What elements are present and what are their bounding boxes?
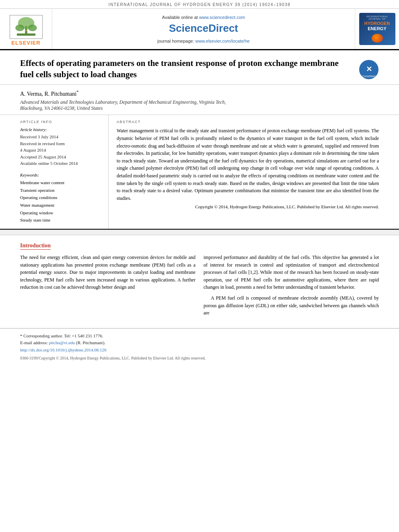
elsevier-tree-icon — [8, 15, 44, 39]
footer-area: * Corresponding author. Tel: +1 540 231 … — [0, 328, 399, 364]
svg-point-4 — [28, 25, 37, 31]
intro-p2: improved performance and durability of t… — [204, 254, 379, 291]
journal-badge-area: International Journal of HYDROGEN ENERGY — [355, 9, 399, 49]
svg-text:✕: ✕ — [366, 65, 372, 73]
footer-copyright-line: 0360-3199/Copyright © 2014, Hydrogen Ene… — [20, 356, 379, 360]
doi-link[interactable]: http://dx.doi.org/10.1016/j.ijhydene.201… — [20, 347, 107, 352]
svg-point-3 — [15, 25, 24, 31]
corresponding-mark: * — [77, 90, 79, 94]
corresponding-note-text: * Corresponding author. Tel: +1 540 231 … — [20, 333, 103, 338]
intro-col-1: The need for energy efficient, clean and… — [20, 254, 195, 320]
journal-banner: INTERNATIONAL JOURNAL OF HYDROGEN ENERGY… — [0, 0, 399, 9]
article-history-label: Article history: — [20, 127, 102, 132]
footer-corresponding-note: * Corresponding author. Tel: +1 540 231 … — [20, 333, 379, 340]
journal-name-badge: HYDROGEN ENERGY — [364, 21, 390, 31]
svg-point-5 — [25, 29, 27, 32]
elsevier-logo-area: ELSEVIER — [0, 9, 52, 49]
abstract-heading: ABSTRACT — [117, 120, 379, 124]
elsevier-wordmark: ELSEVIER — [11, 40, 40, 46]
email-suffix: (R. Pitchumani). — [76, 340, 105, 345]
keyword-5: Operating window — [20, 209, 102, 217]
abstract-text: Water management is critical to the stea… — [117, 127, 379, 202]
affiliation-text: Advanced Materials and Technologies Labo… — [20, 99, 379, 111]
article-info-abstract-area: ARTICLE INFO Article history: Received 3… — [0, 115, 399, 230]
badge-circle-icon — [372, 34, 383, 43]
svg-text:CrossMark: CrossMark — [362, 75, 376, 78]
intro-p3: A PEM fuel cell is composed of membrane … — [204, 294, 379, 317]
email-link[interactable]: pitchu@vt.edu — [49, 340, 75, 345]
available-online-text: Available online at www.sciencedirect.co… — [162, 15, 245, 20]
article-info-column: ARTICLE INFO Article history: Received 3… — [20, 115, 109, 229]
keywords-label: Keywords: — [20, 173, 102, 177]
article-title: Effects of operating parameters on the t… — [20, 58, 359, 80]
science-text: Science — [169, 22, 208, 34]
keyword-6: Steady state time — [20, 216, 102, 224]
article-info-heading: ARTICLE INFO — [20, 120, 102, 124]
direct-text: Direct — [208, 22, 238, 34]
keyword-4: Water management — [20, 201, 102, 209]
introduction-area: Introduction The need for energy efficie… — [0, 235, 399, 324]
intro-p1: The need for energy efficient, clean and… — [20, 254, 195, 291]
keywords-list: Membrane water content Transient operati… — [20, 179, 102, 224]
crossmark-icon[interactable]: ✕ CrossMark — [359, 60, 379, 80]
section-separator — [0, 230, 399, 235]
journal-homepage-link[interactable]: www.elsevier.com/locate/he — [195, 39, 250, 43]
title-area: Effects of operating parameters on the t… — [0, 50, 399, 85]
journal-homepage-line: journal homepage: www.elsevier.com/locat… — [157, 39, 249, 43]
keyword-3: Operating conditions — [20, 194, 102, 201]
introduction-two-col: The need for energy efficient, clean and… — [20, 254, 379, 320]
accepted-date: Accepted 25 August 2014 — [20, 154, 102, 160]
authors-line: A. Verma, R. Pitchumani* — [20, 90, 379, 97]
hydrogen-energy-badge: International Journal of HYDROGEN ENERGY — [359, 13, 395, 45]
available-online-date: Available online 5 October 2014 — [20, 160, 102, 167]
sciencedirect-url-link[interactable]: www.sciencedirect.com — [199, 15, 245, 20]
revised-form-label: Received in revised form — [20, 140, 102, 147]
abstract-copyright: Copyright © 2014, Hydrogen Energy Public… — [117, 204, 379, 209]
keyword-2: Transient operation — [20, 187, 102, 194]
intro-col-2: improved performance and durability of t… — [204, 254, 379, 320]
introduction-heading: Introduction — [20, 242, 51, 250]
sciencedirect-brand: ScienceDirect — [169, 22, 238, 35]
footer-doi-line: http://dx.doi.org/10.1016/j.ijhydene.201… — [20, 347, 379, 354]
authors-area: A. Verma, R. Pitchumani* Advanced Materi… — [0, 85, 399, 115]
intl-label: International Journal of — [362, 15, 393, 20]
abstract-column: ABSTRACT Water management is critical to… — [109, 115, 379, 229]
header-center: Available online at www.sciencedirect.co… — [52, 9, 355, 49]
authors-text: A. Verma, R. Pitchumani — [20, 90, 77, 97]
keyword-1: Membrane water content — [20, 179, 102, 187]
received-date: Received 3 July 2014 — [20, 134, 102, 140]
footer-email-line: E-mail address: pitchu@vt.edu (R. Pitchu… — [20, 339, 379, 347]
revised-date: 4 August 2014 — [20, 147, 102, 154]
email-label: E-mail address: — [20, 340, 48, 345]
header-area: ELSEVIER Available online at www.science… — [0, 9, 399, 50]
